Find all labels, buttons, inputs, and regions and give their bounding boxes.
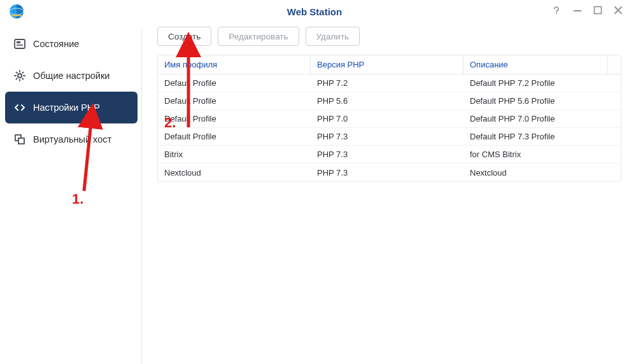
svg-rect-3 <box>574 10 581 11</box>
sidebar-item-general[interactable]: Общие настройки <box>5 60 138 92</box>
table-row[interactable]: BitrixPHP 7.3for CMS Bitrix <box>158 146 621 164</box>
sidebar-item-label: Состояние <box>33 39 79 49</box>
svg-rect-4 <box>595 7 602 14</box>
cell-profile: Default Profile <box>158 114 311 123</box>
cell-profile: Default Profile <box>158 96 311 106</box>
delete-button[interactable]: Удалить <box>306 27 360 46</box>
window-controls <box>551 0 623 23</box>
edit-button[interactable]: Редактировать <box>218 27 299 46</box>
cell-description: for CMS Bitrix <box>463 150 608 159</box>
cell-description: Default PHP 7.2 Profile <box>463 78 608 88</box>
cell-version: PHP 7.2 <box>311 78 463 88</box>
table-body: Default ProfilePHP 7.2Default PHP 7.2 Pr… <box>158 74 621 181</box>
table-row[interactable]: Default ProfilePHP 7.0Default PHP 7.0 Pr… <box>158 110 621 128</box>
svg-point-8 <box>18 74 22 78</box>
maximize-icon[interactable] <box>593 6 602 17</box>
col-description[interactable]: Описание <box>463 55 608 74</box>
cell-description: Default PHP 5.6 Profile <box>463 96 608 106</box>
svg-rect-10 <box>18 138 24 144</box>
table-row[interactable]: Default ProfilePHP 7.2Default PHP 7.2 Pr… <box>158 74 621 92</box>
col-spacer <box>608 55 621 74</box>
cell-version: PHP 5.6 <box>311 96 463 106</box>
layers-icon <box>13 132 27 146</box>
gear-icon <box>13 69 27 83</box>
cell-version: PHP 7.3 <box>311 168 463 178</box>
titlebar: Web Station <box>0 0 629 23</box>
profiles-table: Имя профиля Версия PHP Описание Default … <box>157 55 621 182</box>
col-version[interactable]: Версия PHP <box>311 55 463 74</box>
code-icon <box>13 101 27 115</box>
sidebar-item-status[interactable]: Состояние <box>5 28 138 60</box>
sidebar-item-label: Виртуальный хост <box>33 134 111 144</box>
close-icon[interactable] <box>614 6 623 17</box>
cell-description: Default PHP 7.0 Profile <box>463 114 608 123</box>
cell-description: Nextcloud <box>463 168 608 178</box>
create-button[interactable]: Создать <box>157 27 211 46</box>
sidebar-item-vhost[interactable]: Виртуальный хост <box>5 123 138 155</box>
cell-profile: Nextcloud <box>158 168 311 178</box>
status-icon <box>13 37 27 51</box>
sidebar-item-label: Настройки PHP <box>33 102 100 113</box>
content: Создать Редактировать Удалить Имя профил… <box>142 23 629 364</box>
table-row[interactable]: Default ProfilePHP 7.3Default PHP 7.3 Pr… <box>158 128 621 146</box>
cell-profile: Default Profile <box>158 78 311 88</box>
minimize-icon[interactable] <box>573 6 582 17</box>
cell-profile: Default Profile <box>158 132 311 141</box>
toolbar: Создать Редактировать Удалить <box>157 23 621 55</box>
col-profile[interactable]: Имя профиля <box>158 55 311 74</box>
cell-version: PHP 7.0 <box>311 114 463 123</box>
sidebar-item-php[interactable]: Настройки PHP <box>5 92 138 123</box>
cell-version: PHP 7.3 <box>311 150 463 159</box>
svg-rect-7 <box>17 45 23 46</box>
cell-description: Default PHP 7.3 Profile <box>463 132 608 141</box>
sidebar-item-label: Общие настройки <box>33 71 110 81</box>
help-icon[interactable] <box>551 5 562 18</box>
table-row[interactable]: NextcloudPHP 7.3Nextcloud <box>158 164 621 181</box>
svg-point-2 <box>556 13 557 14</box>
table-header: Имя профиля Версия PHP Описание <box>158 55 621 74</box>
svg-rect-5 <box>15 39 25 48</box>
cell-profile: Bitrix <box>158 150 311 159</box>
window-title: Web Station <box>0 6 629 17</box>
cell-version: PHP 7.3 <box>311 132 463 141</box>
table-row[interactable]: Default ProfilePHP 5.6Default PHP 5.6 Pr… <box>158 92 621 110</box>
svg-rect-6 <box>17 41 20 43</box>
sidebar: Состояние Общие настройки Настройки PHP … <box>0 23 141 364</box>
